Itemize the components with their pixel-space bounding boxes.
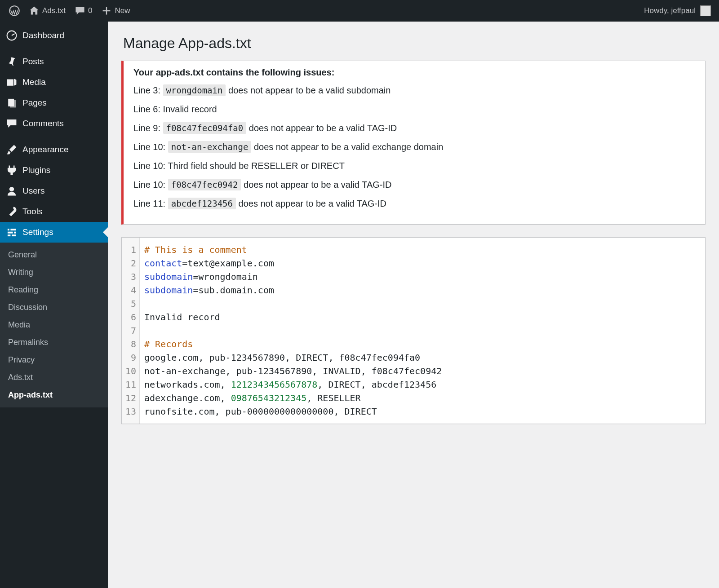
comment-icon (75, 5, 85, 16)
code-line[interactable]: runofsite.com, pub-0000000000000000, DIR… (144, 405, 442, 418)
issue-code: wrongdomain (163, 84, 226, 96)
code-line[interactable]: not-an-exchange, pub-1234567890, INVALID… (144, 364, 442, 378)
sidebar-item-label: Pages (22, 98, 47, 108)
wp-logo-icon[interactable] (4, 0, 24, 22)
admin-toolbar: Ads.txt 0 New Howdy, jeffpaul (0, 0, 719, 22)
settings-sub-item[interactable]: General (0, 246, 108, 264)
svg-rect-9 (9, 228, 11, 231)
settings-sub-item[interactable]: Ads.txt (0, 369, 108, 386)
new-label: New (115, 6, 130, 15)
issue-code: f08c47fec094fa0 (163, 122, 247, 134)
main-content: Manage App-ads.txt Your app-ads.txt cont… (108, 22, 719, 588)
issue-row: Line 3: wrongdomain does not appear to b… (133, 84, 696, 97)
sidebar-item-appearance[interactable]: Appearance (0, 139, 108, 160)
code-line[interactable]: google.com, pub-1234567890, DIRECT, f08c… (144, 351, 442, 364)
settings-icon (5, 226, 18, 238)
code-content[interactable]: # This is a commentcontact=text@example.… (140, 238, 446, 424)
code-line[interactable]: contact=text@example.com (144, 256, 442, 270)
issue-code: f08c47fec0942 (168, 179, 241, 190)
settings-sub-item[interactable]: Discussion (0, 299, 108, 316)
issue-row: Line 10: f08c47fec0942 does not appear t… (133, 178, 696, 191)
settings-sub-item[interactable]: App-ads.txt (0, 386, 108, 404)
code-line[interactable]: adexchange.com, 09876543212345, RESELLER (144, 391, 442, 405)
code-line[interactable] (144, 324, 442, 337)
pin-icon (5, 56, 18, 67)
code-line[interactable]: networkads.com, 1212343456567878, DIRECT… (144, 378, 442, 391)
notice-heading: Your app-ads.txt contains the following … (133, 67, 696, 78)
svg-rect-4 (10, 100, 16, 108)
sidebar-item-label: Posts (22, 57, 44, 66)
site-name-link[interactable]: Ads.txt (24, 0, 70, 22)
new-content-link[interactable]: New (97, 0, 134, 22)
settings-sub-item[interactable]: Privacy (0, 351, 108, 369)
sidebar-item-settings[interactable]: Settings (0, 222, 108, 243)
issue-row: Line 6: Invalid record (133, 103, 696, 115)
code-line[interactable]: # Records (144, 337, 442, 351)
issue-code: not-an-exchange (168, 141, 252, 153)
page-title: Manage App-ads.txt (123, 35, 706, 52)
dashboard-icon (5, 30, 18, 41)
avatar (700, 5, 711, 16)
settings-sub-item[interactable]: Writing (0, 264, 108, 281)
svg-rect-2 (7, 80, 13, 86)
issue-row: Line 11: abcdef123456 does not appear to… (133, 197, 696, 210)
settings-sub-item[interactable]: Reading (0, 281, 108, 299)
issue-row: Line 10: not-an-exchange does not appear… (133, 141, 696, 153)
svg-rect-6 (8, 229, 16, 230)
issues-list: Line 3: wrongdomain does not appear to b… (133, 84, 696, 210)
code-line[interactable]: subdomain=wrongdomain (144, 270, 442, 283)
code-editor[interactable]: 12345678910111213 # This is a commentcon… (121, 237, 706, 424)
code-line[interactable] (144, 297, 442, 310)
pages-icon (5, 97, 18, 109)
sidebar-item-label: Plugins (22, 165, 50, 175)
settings-sub-item[interactable]: Media (0, 316, 108, 334)
line-gutter: 12345678910111213 (122, 238, 140, 424)
issue-row: Line 10: Third field should be RESELLER … (133, 159, 696, 172)
svg-point-5 (9, 187, 14, 191)
home-icon (29, 5, 40, 16)
sidebar-item-pages[interactable]: Pages (0, 93, 108, 113)
account-menu[interactable]: Howdy, jeffpaul (644, 5, 715, 16)
sidebar-item-label: Tools (22, 207, 42, 217)
svg-rect-11 (10, 234, 12, 237)
sidebar-item-label: Users (22, 186, 45, 196)
code-line[interactable]: # This is a comment (144, 243, 442, 256)
sidebar-item-posts[interactable]: Posts (0, 51, 108, 72)
plugin-icon (5, 164, 18, 176)
greeting-text: Howdy, jeffpaul (644, 6, 700, 15)
sidebar-item-plugins[interactable]: Plugins (0, 160, 108, 181)
admin-sidebar: Dashboard Posts Media Pages Comments App… (0, 22, 108, 588)
issue-row: Line 9: f08c47fec094fa0 does not appear … (133, 122, 696, 134)
comments-count: 0 (88, 6, 92, 15)
comments-link[interactable]: 0 (70, 0, 97, 22)
sidebar-item-media[interactable]: Media (0, 72, 108, 93)
sidebar-item-label: Appearance (22, 145, 68, 155)
sidebar-item-users[interactable]: Users (0, 181, 108, 201)
user-icon (5, 185, 18, 197)
code-line[interactable]: subdomain=sub.domain.com (144, 283, 442, 297)
sidebar-item-label: Media (22, 77, 46, 87)
sidebar-item-label: Settings (22, 227, 53, 237)
settings-sub-item[interactable]: Permalinks (0, 334, 108, 351)
media-icon (5, 76, 18, 88)
issue-code: abcdef123456 (168, 198, 236, 209)
brush-icon (5, 144, 18, 155)
sidebar-item-comments[interactable]: Comments (0, 113, 108, 134)
code-line[interactable]: Invalid record (144, 310, 442, 324)
comment-icon (5, 118, 18, 129)
site-name: Ads.txt (42, 6, 66, 15)
sidebar-item-label: Dashboard (22, 31, 64, 40)
svg-rect-7 (8, 232, 16, 234)
sidebar-item-tools[interactable]: Tools (0, 201, 108, 222)
error-notice: Your app-ads.txt contains the following … (121, 61, 706, 225)
plus-icon (101, 5, 112, 16)
sidebar-item-dashboard[interactable]: Dashboard (0, 25, 108, 46)
sidebar-item-label: Comments (22, 119, 64, 128)
svg-rect-10 (13, 231, 14, 234)
wrench-icon (5, 206, 18, 217)
settings-submenu: GeneralWritingReadingDiscussionMediaPerm… (0, 243, 108, 407)
